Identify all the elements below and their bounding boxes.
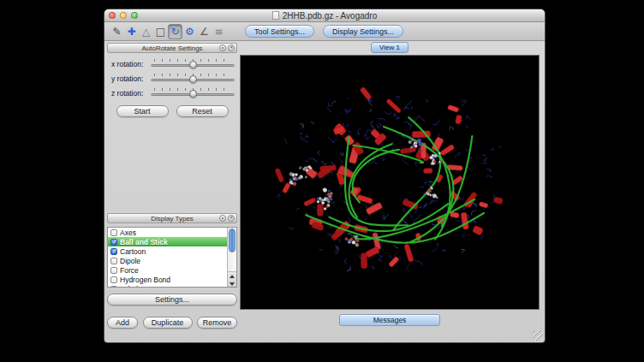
axes-checkbox[interactable] xyxy=(110,229,117,236)
window-body: AutoRotate Settings x rotation: xyxy=(104,41,545,342)
list-scrollbar[interactable] xyxy=(227,228,236,287)
force-checkbox[interactable] xyxy=(110,267,117,274)
display-type-row-cartoon[interactable]: Cartoon xyxy=(108,246,236,256)
messages-button[interactable]: Messages xyxy=(339,314,440,326)
display-type-label: Dipole xyxy=(120,257,140,265)
display-type-label: Label xyxy=(120,285,138,288)
scrollbar-arrows xyxy=(228,271,236,287)
display-type-label: Cartoon xyxy=(120,247,146,256)
display-type-label: Hydrogen Bond xyxy=(120,276,170,284)
x-rotation-row: x rotation: xyxy=(107,56,237,71)
x-rotation-slider[interactable] xyxy=(151,58,235,70)
window-title: 2HHB.pdb.gz - Avogadro xyxy=(104,9,545,21)
molecule-viewport[interactable] xyxy=(240,55,540,310)
display-types-list: Axes Ball and Stick Cartoon Dipole xyxy=(107,227,237,288)
display-type-row-hydrogen-bond[interactable]: Hydrogen Bond xyxy=(108,275,236,284)
autorotate-panel-titlebar: AutoRotate Settings xyxy=(107,43,237,53)
display-type-row-dipole[interactable]: Dipole xyxy=(108,256,236,265)
sidebar: AutoRotate Settings x rotation: xyxy=(107,43,237,329)
panel-close-icon[interactable] xyxy=(228,215,235,222)
desktop-background: 2HHB.pdb.gz - Avogadro ✎ ✚ △ □ ↻ ⚙ ∠ ≡ T… xyxy=(0,0,644,362)
dipole-checkbox[interactable] xyxy=(110,258,117,264)
x-rotation-label: x rotation: xyxy=(111,60,151,68)
display-type-label: Force xyxy=(120,266,139,275)
display-type-label: Axes xyxy=(120,228,136,237)
display-type-label: Ball and Stick xyxy=(120,238,168,246)
tool-settings-button[interactable]: Tool Settings... xyxy=(245,25,314,38)
document-icon xyxy=(272,11,279,20)
align-tool-icon[interactable]: ≡ xyxy=(212,24,226,39)
z-rotation-slider-thumb[interactable] xyxy=(189,90,197,98)
display-types-panel-title: Display Types xyxy=(151,215,194,223)
display-types-panel-titlebar: Display Types xyxy=(107,213,237,223)
z-rotation-slider[interactable] xyxy=(151,87,235,99)
view-1-tab[interactable]: View 1 xyxy=(371,42,408,53)
autorotate-settings-panel: AutoRotate Settings x rotation: xyxy=(107,43,237,117)
display-type-row-force[interactable]: Force xyxy=(108,265,236,275)
avogadro-window: 2HHB.pdb.gz - Avogadro ✎ ✚ △ □ ↻ ⚙ ∠ ≡ T… xyxy=(104,9,546,343)
panel-close-icon[interactable] xyxy=(228,45,235,51)
autorotate-tool-icon[interactable]: ↻ xyxy=(168,24,182,39)
draw-tool-icon[interactable]: ✎ xyxy=(110,24,124,39)
remove-button[interactable]: Remove xyxy=(197,317,237,329)
label-checkbox[interactable] xyxy=(110,286,117,288)
window-title-text: 2HHB.pdb.gz - Avogadro xyxy=(283,11,377,21)
z-rotation-row: z rotation: xyxy=(107,86,237,100)
panel-float-icon[interactable] xyxy=(219,45,226,51)
bond-centric-tool-icon[interactable]: △ xyxy=(139,24,153,39)
main-area: View 1 Messages xyxy=(240,41,540,329)
y-rotation-row: y rotation: xyxy=(107,71,237,86)
x-rotation-slider-thumb[interactable] xyxy=(189,61,197,68)
ball-and-stick-checkbox[interactable] xyxy=(110,239,117,246)
settings-button[interactable]: Settings... xyxy=(107,294,237,306)
scrollbar-thumb[interactable] xyxy=(229,228,236,252)
duplicate-button[interactable]: Duplicate xyxy=(143,317,193,329)
add-button[interactable]: Add xyxy=(107,317,138,329)
display-type-row-ball-and-stick[interactable]: Ball and Stick xyxy=(108,237,236,246)
window-titlebar[interactable]: 2HHB.pdb.gz - Avogadro xyxy=(104,9,545,22)
resize-grip[interactable] xyxy=(533,330,543,341)
y-rotation-slider[interactable] xyxy=(151,73,235,85)
toolbar: ✎ ✚ △ □ ↻ ⚙ ∠ ≡ Tool Settings... Display… xyxy=(104,22,545,41)
display-type-row-label[interactable]: Label xyxy=(108,284,236,288)
molecule-rendering xyxy=(241,56,539,309)
hydrogen-bond-checkbox[interactable] xyxy=(110,276,117,283)
autorotate-panel-title: AutoRotate Settings xyxy=(141,45,202,52)
y-rotation-label: y rotation: xyxy=(111,74,151,83)
panel-float-icon[interactable] xyxy=(219,215,226,222)
navigate-tool-icon[interactable]: ✚ xyxy=(124,24,139,39)
z-rotation-label: z rotation: xyxy=(111,89,151,98)
selection-tool-icon[interactable]: □ xyxy=(153,24,168,39)
scroll-up-icon[interactable] xyxy=(228,272,236,280)
display-type-row-axes[interactable]: Axes xyxy=(108,228,236,237)
scroll-down-icon[interactable] xyxy=(228,280,236,288)
reset-button[interactable]: Reset xyxy=(176,105,229,117)
display-settings-button[interactable]: Display Settings... xyxy=(323,25,403,38)
autooptimize-tool-icon[interactable]: ⚙ xyxy=(182,24,197,39)
measure-tool-icon[interactable]: ∠ xyxy=(197,24,212,39)
y-rotation-slider-thumb[interactable] xyxy=(189,75,197,83)
cartoon-checkbox[interactable] xyxy=(110,248,117,255)
start-button[interactable]: Start xyxy=(116,105,169,117)
display-types-panel: Display Types Axes Ball xyxy=(107,213,237,329)
